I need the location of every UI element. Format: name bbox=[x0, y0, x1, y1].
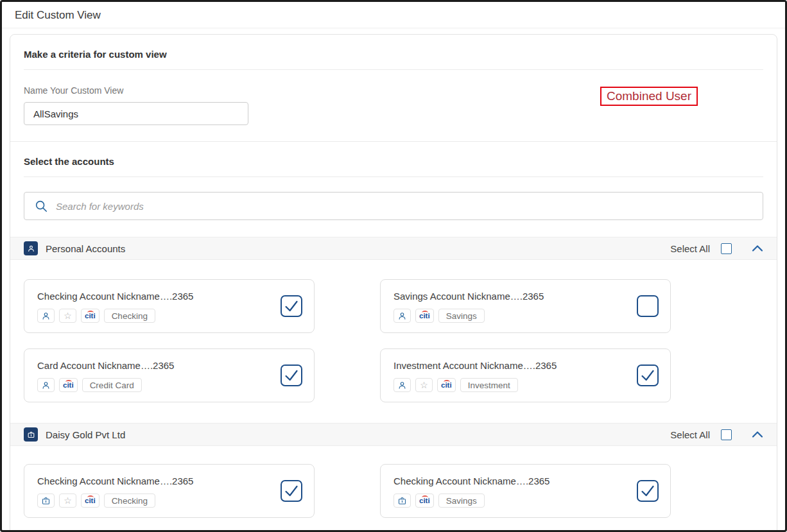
account-tags: citiCredit Card bbox=[37, 378, 269, 392]
briefcase-icon bbox=[394, 493, 411, 508]
group-label: Personal Accounts bbox=[46, 243, 125, 254]
select-all-checkbox[interactable] bbox=[721, 429, 732, 440]
account-type-tag: Savings bbox=[438, 493, 485, 508]
person-icon bbox=[37, 309, 55, 323]
criteria-section-heading: Make a criteria for custom view bbox=[10, 35, 777, 69]
app-header: Edit Custom View bbox=[2, 2, 785, 28]
account-title: Checking Account Nickname….2365 bbox=[37, 291, 269, 302]
group-cards: Checking Account Nickname….2365☆citiChec… bbox=[10, 446, 777, 532]
account-type-tag: Checking bbox=[104, 309, 155, 323]
custom-view-panel: Make a criteria for custom view Name You… bbox=[10, 34, 777, 532]
account-checkbox[interactable] bbox=[637, 295, 659, 317]
account-title: Card Account Nickname….2365 bbox=[37, 360, 269, 371]
group-cards: Checking Account Nickname….2365☆citiChec… bbox=[10, 260, 777, 423]
account-type-tag: Savings bbox=[438, 309, 485, 323]
account-groups: Personal AccountsSelect AllChecking Acco… bbox=[10, 237, 777, 532]
select-all-label: Select All bbox=[670, 429, 710, 440]
account-card: Card Account Nickname….2365citiCredit Ca… bbox=[24, 348, 315, 402]
star-icon: ☆ bbox=[59, 493, 76, 508]
search-row bbox=[10, 177, 777, 237]
select-all-label: Select All bbox=[670, 243, 710, 254]
person-icon bbox=[394, 378, 411, 392]
name-form-row: Name Your Custom View Combined User bbox=[10, 70, 777, 141]
account-checkbox[interactable] bbox=[637, 365, 659, 386]
citi-logo: citi bbox=[415, 309, 434, 323]
account-type-tag: Checking bbox=[104, 493, 155, 508]
accounts-section-heading: Select the accounts bbox=[10, 142, 777, 176]
chevron-up-icon[interactable] bbox=[752, 431, 763, 438]
combined-user-annotation: Combined User bbox=[600, 87, 698, 106]
briefcase-icon bbox=[37, 493, 55, 508]
account-tags: ☆citiChecking bbox=[37, 493, 269, 508]
star-icon: ☆ bbox=[415, 378, 433, 392]
account-title: Checking Account Nickname….2365 bbox=[394, 476, 625, 486]
account-group: Daisy Gold Pvt LtdSelect AllChecking Acc… bbox=[10, 423, 777, 532]
account-card: Checking Account Nickname….2365☆citiChec… bbox=[24, 464, 315, 518]
group-header: Personal AccountsSelect All bbox=[10, 237, 777, 260]
account-checkbox[interactable] bbox=[281, 295, 302, 317]
select-all-checkbox[interactable] bbox=[721, 243, 732, 254]
chevron-up-icon[interactable] bbox=[752, 245, 763, 252]
search-input[interactable] bbox=[56, 201, 753, 212]
account-card: Savings Account Nickname….2365citiSaving… bbox=[380, 279, 671, 333]
person-icon bbox=[394, 309, 411, 323]
account-tags: ☆citiChecking bbox=[37, 309, 269, 323]
citi-logo: citi bbox=[59, 378, 78, 392]
briefcase-icon bbox=[24, 427, 38, 442]
person-icon bbox=[24, 241, 38, 255]
star-icon: ☆ bbox=[59, 309, 76, 323]
citi-logo: citi bbox=[81, 493, 99, 508]
citi-logo: citi bbox=[415, 493, 434, 508]
account-title: Checking Account Nickname….2365 bbox=[37, 476, 269, 486]
search-icon bbox=[34, 199, 48, 213]
account-type-tag: Investment bbox=[460, 378, 518, 392]
account-type-tag: Credit Card bbox=[82, 378, 142, 392]
group-header-controls: Select All bbox=[670, 429, 763, 440]
account-title: Investment Account Nickname….2365 bbox=[394, 360, 625, 371]
account-title: Savings Account Nickname….2365 bbox=[394, 291, 625, 302]
group-label: Daisy Gold Pvt Ltd bbox=[46, 429, 125, 440]
account-tags: citiSavings bbox=[394, 309, 625, 323]
account-card: Investment Account Nickname….2365☆citiIn… bbox=[380, 348, 671, 402]
page-title: Edit Custom View bbox=[15, 9, 772, 22]
account-checkbox[interactable] bbox=[281, 365, 302, 386]
account-checkbox[interactable] bbox=[281, 480, 302, 502]
custom-view-name-input[interactable] bbox=[24, 102, 248, 125]
account-group: Personal AccountsSelect AllChecking Acco… bbox=[10, 237, 777, 423]
account-checkbox[interactable] bbox=[637, 480, 659, 502]
search-box[interactable] bbox=[24, 192, 763, 220]
account-tags: citiSavings bbox=[394, 493, 625, 508]
account-card: Checking Account Nickname….2365☆citiChec… bbox=[24, 279, 315, 333]
citi-logo: citi bbox=[437, 378, 456, 392]
account-tags: ☆citiInvestment bbox=[394, 378, 625, 392]
account-card: Checking Account Nickname….2365citiSavin… bbox=[380, 464, 671, 518]
person-icon bbox=[37, 378, 55, 392]
group-header: Daisy Gold Pvt LtdSelect All bbox=[10, 423, 777, 446]
citi-logo: citi bbox=[81, 309, 99, 323]
edit-custom-view-window: Edit Custom View Make a criteria for cus… bbox=[0, 0, 787, 532]
group-header-controls: Select All bbox=[670, 243, 763, 254]
